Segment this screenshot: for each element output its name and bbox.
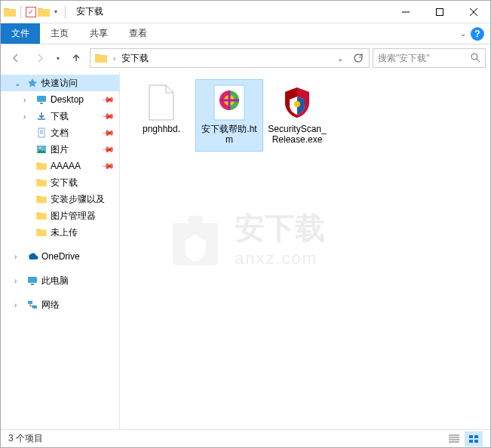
minimize-button[interactable] (388, 1, 422, 23)
sidebar-item-label: 文档 (51, 127, 69, 140)
file-blank-icon (142, 83, 181, 122)
sidebar-item-documents[interactable]: 文档 📌 (1, 124, 119, 141)
search-input[interactable]: 搜索"安下载" (373, 48, 486, 68)
folder-icon (35, 226, 48, 238)
pin-icon: 📌 (100, 142, 115, 156)
pin-icon: 📌 (100, 125, 115, 140)
qat-folder-icon[interactable] (38, 7, 50, 17)
svg-rect-2 (37, 96, 46, 102)
sidebar-item-label: 下载 (51, 110, 69, 123)
sidebar-item-desktop[interactable]: › Desktop 📌 (1, 91, 119, 108)
address-dropdown[interactable]: ⌄ (331, 49, 349, 67)
file-list[interactable]: pnghhbd. 安下载帮助.htm SecurityScan_Release.… (120, 72, 490, 430)
sidebar-item-label: 此电脑 (41, 275, 69, 287)
file-name: SecurityScan_Release.exe (267, 124, 327, 146)
address-bar[interactable]: › 安下载 ⌄ (90, 48, 370, 68)
chevron-right-icon[interactable]: › (14, 301, 23, 309)
ribbon-expand-icon[interactable]: ⌄ (460, 29, 466, 38)
folder-icon (35, 176, 48, 189)
sidebar-quick-access[interactable]: ⌄ 快速访问 (1, 75, 119, 91)
view-large-icons-button[interactable] (465, 431, 483, 446)
file-mcafee-icon (278, 83, 317, 122)
svg-rect-8 (31, 284, 34, 285)
file-item[interactable]: SecurityScan_Release.exe (263, 79, 331, 152)
file-item[interactable]: pnghhbd. (127, 79, 195, 152)
up-button[interactable] (66, 48, 87, 69)
file-item[interactable]: 安下载帮助.htm (195, 79, 263, 152)
desktop-icon (35, 94, 48, 106)
window-title: 安下载 (76, 5, 103, 18)
titlebar: ✓ ▾ 安下载 (1, 1, 490, 23)
maximize-button[interactable] (422, 1, 456, 23)
quick-access-icon (26, 77, 38, 89)
sidebar-item-folder[interactable]: 安下载 (1, 174, 119, 191)
quick-access-toolbar: ✓ ▾ (1, 6, 72, 18)
nav-bar: ▾ › 安下载 ⌄ 搜索"安下载" (1, 44, 490, 72)
sidebar-item-label: Desktop (51, 94, 84, 105)
svg-rect-4 (38, 128, 44, 137)
svg-rect-7 (28, 277, 37, 283)
svg-rect-16 (469, 435, 473, 438)
sidebar-item-folder[interactable]: AAAAA 📌 (1, 158, 119, 174)
tab-file[interactable]: 文件 (1, 23, 40, 44)
help-icon[interactable]: ? (471, 27, 484, 41)
chevron-right-icon[interactable]: › (23, 112, 32, 121)
sidebar-item-label: 图片 (51, 143, 69, 156)
file-htm-icon (210, 83, 249, 122)
sidebar-item-folder[interactable]: 安装步骤以及 (1, 191, 119, 207)
close-button[interactable] (456, 1, 490, 23)
chevron-right-icon[interactable]: › (110, 54, 118, 63)
file-name: 安下载帮助.htm (199, 124, 259, 146)
sidebar-item-label: 安装步骤以及 (51, 193, 105, 206)
svg-rect-3 (40, 103, 43, 104)
navigation-pane: ⌄ 快速访问 › Desktop 📌 › 下载 📌 文档 📌 图片 📌 (1, 72, 120, 430)
sidebar-this-pc[interactable]: › 此电脑 (1, 272, 119, 289)
search-placeholder: 搜索"安下载" (378, 52, 430, 65)
pin-icon: 📌 (100, 158, 115, 173)
file-name: pnghhbd. (143, 124, 180, 134)
onedrive-icon (26, 250, 38, 262)
sidebar-item-label: 快速访问 (41, 77, 78, 90)
tab-share[interactable]: 共享 (79, 23, 118, 44)
sidebar-item-pictures[interactable]: 图片 📌 (1, 141, 119, 158)
history-dropdown[interactable]: ▾ (54, 55, 63, 62)
chevron-right-icon[interactable]: › (14, 277, 23, 285)
sidebar-item-downloads[interactable]: › 下载 📌 (1, 108, 119, 124)
qat-dropdown[interactable]: ▾ (51, 8, 60, 15)
sidebar-onedrive[interactable]: › OneDrive (1, 248, 119, 265)
tab-view[interactable]: 查看 (118, 23, 158, 44)
qat-properties-icon[interactable]: ✓ (26, 7, 36, 17)
folder-icon (35, 160, 48, 172)
svg-rect-19 (474, 440, 478, 443)
status-bar: 3 个项目 (1, 429, 490, 447)
sidebar-item-folder[interactable]: 图片管理器 (1, 207, 119, 224)
network-icon (26, 299, 38, 311)
status-item-count: 3 个项目 (8, 432, 43, 445)
app-icon (4, 7, 16, 17)
view-details-button[interactable] (445, 431, 463, 446)
forward-button[interactable] (29, 48, 51, 69)
chevron-right-icon[interactable]: › (14, 253, 23, 261)
sidebar-item-label: 未上传 (51, 226, 78, 239)
svg-rect-17 (474, 435, 478, 438)
sidebar-item-label: OneDrive (41, 251, 80, 262)
svg-point-1 (471, 54, 477, 60)
sidebar-item-folder[interactable]: 未上传 (1, 224, 119, 241)
pin-icon: 📌 (100, 92, 115, 106)
svg-rect-15 (188, 216, 203, 223)
svg-rect-18 (469, 440, 473, 443)
search-icon (470, 52, 480, 65)
sidebar-item-label: AAAAA (51, 161, 81, 171)
sidebar-network[interactable]: › 网络 (1, 296, 119, 313)
back-button[interactable] (5, 48, 26, 69)
refresh-button[interactable] (349, 49, 367, 67)
chevron-right-icon[interactable]: › (23, 96, 32, 104)
tab-home[interactable]: 主页 (40, 23, 79, 44)
address-folder-icon (95, 53, 107, 63)
chevron-down-icon[interactable]: ⌄ (14, 79, 23, 87)
address-path[interactable]: 安下载 (118, 52, 152, 65)
svg-point-6 (39, 147, 41, 149)
sidebar-item-label: 网络 (41, 299, 60, 311)
downloads-icon (35, 110, 48, 122)
folder-icon (35, 193, 48, 205)
